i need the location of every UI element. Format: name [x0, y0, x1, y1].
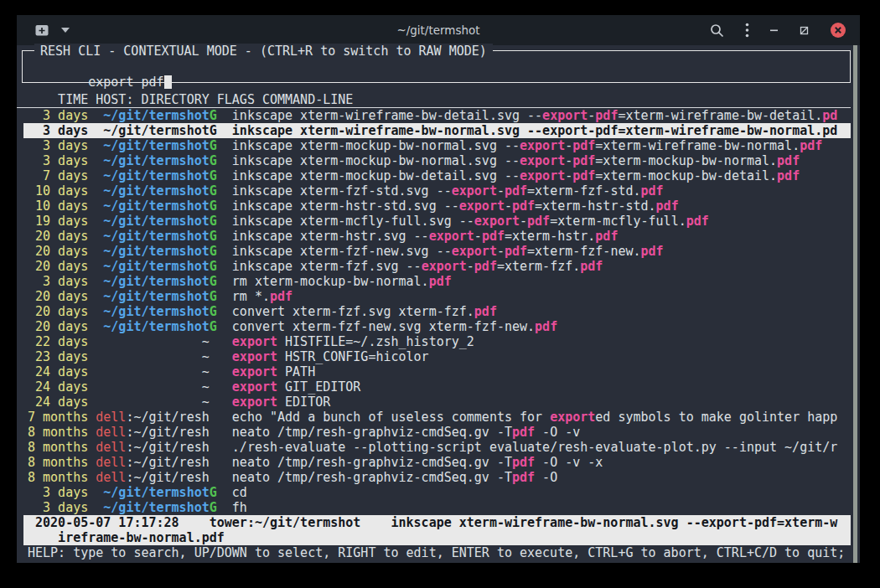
- text-segment: inkscape xterm-wireframe-bw-normal.svg -…: [232, 123, 542, 138]
- text-segment: export: [452, 244, 497, 259]
- history-row[interactable]: 23 days ~ export HSTR_CONFIG=hicolor: [23, 349, 851, 364]
- history-row[interactable]: 8 months dell:~/git/resh ./resh-evaluate…: [23, 440, 851, 455]
- text-segment: G: [210, 168, 217, 183]
- history-row[interactable]: 20 days ~/git/termshotG convert xterm-fz…: [23, 304, 851, 319]
- text-segment: dell: [96, 425, 126, 440]
- text-segment: inkscape xterm-hstr-std.svg --: [232, 199, 459, 214]
- text-segment: G: [210, 123, 217, 138]
- history-row[interactable]: 8 months dell:~/git/resh neato /tmp/resh…: [23, 425, 851, 440]
- history-row[interactable]: 7 months dell:~/git/resh echo "Add a bun…: [23, 410, 851, 425]
- history-row[interactable]: 10 days ~/git/termshotG inkscape xterm-f…: [23, 183, 851, 199]
- history-row[interactable]: 3 days ~/git/termshotG fh: [23, 500, 851, 515]
- history-row[interactable]: 20 days ~/git/termshotG inkscape xterm-h…: [23, 229, 851, 244]
- search-box[interactable]: RESH CLI - CONTEXTUAL MODE - (CTRL+R to …: [22, 50, 851, 83]
- text-segment: G: [210, 229, 217, 244]
- text-segment: 7 days: [28, 168, 88, 183]
- text-segment: inkscape xterm-wireframe-bw-detail.svg -…: [232, 108, 542, 123]
- text-segment: [217, 168, 232, 183]
- history-row[interactable]: 3 days ~/git/termshotG inkscape xterm-wi…: [23, 123, 851, 138]
- history-row[interactable]: 22 days ~ export HISTFILE=~/.zsh_history…: [23, 334, 851, 349]
- history-row[interactable]: 20 days ~/git/termshotG convert xterm-fz…: [23, 319, 851, 334]
- text-segment: 10 days: [28, 199, 88, 214]
- text-segment: convert xterm-fzf.svg xterm-fzf.: [232, 304, 474, 319]
- history-row[interactable]: 3 days ~/git/termshotG cd: [23, 485, 851, 500]
- history-row[interactable]: 3 days ~/git/termshotG inkscape xterm-wi…: [23, 108, 851, 123]
- text-segment: =xterm-wireframe-bw-normal.: [595, 138, 800, 153]
- text-segment: -O -v: [535, 425, 580, 440]
- status-line-1: 2020-05-07 17:17:28 tower:~/git/termshot…: [28, 515, 851, 530]
- history-row[interactable]: 24 days ~ export GIT_EDITOR: [23, 379, 851, 395]
- search-icon[interactable]: [710, 23, 724, 38]
- text-segment: ~/git/termshot: [103, 153, 209, 168]
- titlebar[interactable]: ~/git/termshot: [17, 15, 860, 45]
- history-row[interactable]: 20 days ~/git/termshotG inkscape xterm-f…: [23, 244, 851, 259]
- text-segment: pdf: [641, 183, 664, 199]
- text-segment: G: [210, 153, 217, 168]
- text-segment: export: [232, 349, 277, 364]
- text-segment: [88, 214, 103, 229]
- text-segment: [217, 199, 232, 214]
- text-segment: [88, 349, 201, 364]
- text-segment: [88, 334, 201, 349]
- text-segment: HISTFILE=~/.zsh_history_2: [277, 334, 474, 349]
- text-segment: pdf: [505, 183, 527, 199]
- text-segment: PATH: [277, 364, 315, 379]
- history-row[interactable]: 24 days ~ export PATH: [23, 364, 851, 379]
- text-segment: ~: [202, 349, 210, 364]
- text-segment: -: [505, 199, 512, 214]
- text-segment: G: [210, 183, 217, 199]
- tab-dropdown-caret-icon[interactable]: [61, 28, 70, 33]
- history-row[interactable]: 3 days ~/git/termshotG rm xterm-mockup-b…: [23, 274, 851, 289]
- text-segment: [88, 199, 103, 214]
- text-segment: =xterm-wireframe-bw-detail.: [618, 108, 822, 123]
- text-segment: -: [497, 183, 505, 199]
- history-row[interactable]: 8 months dell:~/git/resh neato /tmp/resh…: [23, 455, 851, 470]
- history-row[interactable]: 24 days ~ export EDITOR: [23, 395, 851, 410]
- text-segment: [217, 425, 232, 440]
- text-segment: [88, 138, 103, 153]
- text-segment: [217, 229, 232, 244]
- history-row[interactable]: 7 days ~/git/termshotG inkscape xterm-mo…: [23, 168, 851, 183]
- history-row[interactable]: 10 days ~/git/termshotG inkscape xterm-h…: [23, 199, 851, 214]
- text-segment: 20 days: [28, 259, 88, 274]
- restore-button[interactable]: [800, 26, 809, 35]
- text-segment: G: [210, 319, 217, 334]
- text-segment: pdf: [429, 274, 452, 289]
- history-row[interactable]: 19 days ~/git/termshotG inkscape xterm-m…: [23, 214, 851, 229]
- search-query-input[interactable]: export pdf: [88, 75, 163, 90]
- text-segment: 8 months: [28, 440, 88, 455]
- close-button[interactable]: [830, 22, 846, 39]
- text-segment: export: [232, 334, 277, 349]
- text-segment: export: [429, 229, 474, 244]
- history-row[interactable]: 8 months dell:~/git/resh neato /tmp/resh…: [23, 470, 851, 485]
- text-segment: [88, 168, 103, 183]
- scrollbar[interactable]: [853, 45, 857, 563]
- history-row[interactable]: 20 days ~/git/termshotG inkscape xterm-f…: [23, 259, 851, 274]
- menu-kebab-icon[interactable]: [745, 23, 749, 38]
- status-bar: 2020-05-07 17:17:28 tower:~/git/termshot…: [23, 515, 851, 545]
- text-segment: [88, 153, 103, 168]
- text-segment: [217, 455, 232, 470]
- text-segment: pdf: [777, 168, 800, 183]
- text-segment: rm *.: [232, 289, 270, 304]
- text-segment: [217, 319, 232, 334]
- text-segment: -: [565, 138, 572, 153]
- history-row[interactable]: 20 days ~/git/termshotG rm *.pdf: [23, 289, 851, 304]
- search-box-title: RESH CLI - CONTEXTUAL MODE - (CTRL+R to …: [34, 44, 493, 59]
- text-segment: [217, 500, 232, 515]
- text-segment: ~/git/termshot: [103, 259, 209, 274]
- new-tab-icon[interactable]: [35, 24, 49, 37]
- text-segment: 3 days: [28, 153, 88, 168]
- text-segment: [210, 440, 217, 455]
- text-segment: -: [565, 153, 572, 168]
- history-row[interactable]: 3 days ~/git/termshotG inkscape xterm-mo…: [23, 138, 851, 153]
- text-segment: [210, 470, 217, 485]
- text-segment: pdf: [686, 214, 709, 229]
- history-row[interactable]: 3 days ~/git/termshotG inkscape xterm-mo…: [23, 153, 851, 168]
- text-segment: G: [210, 244, 217, 259]
- text-segment: =xterm-hstr.: [505, 229, 595, 244]
- minimize-button[interactable]: [770, 26, 779, 34]
- text-segment: [217, 138, 232, 153]
- text-segment: [88, 379, 201, 395]
- text-segment: [217, 259, 232, 274]
